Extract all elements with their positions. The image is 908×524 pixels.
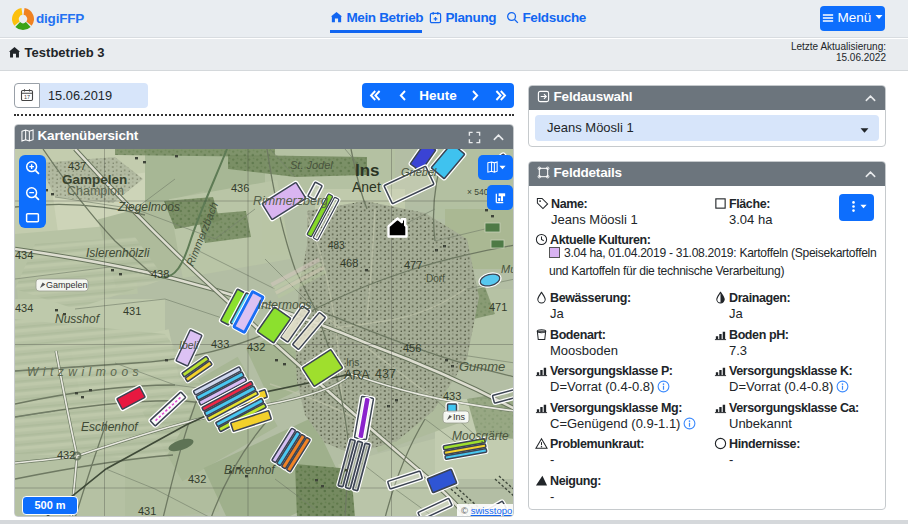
svg-text:Eschenhof: Eschenhof (81, 420, 139, 434)
svg-text:437: 437 (68, 160, 86, 172)
svg-text:471: 471 (489, 301, 507, 313)
svg-text:Gampelen: Gampelen (46, 280, 88, 290)
svg-text:× 540: × 540 (467, 187, 489, 197)
svg-text:438: 438 (151, 268, 169, 280)
svg-text:431: 431 (138, 505, 156, 517)
svg-text:Gumme: Gumme (459, 359, 505, 374)
svg-text:Ibeli: Ibeli (179, 339, 199, 351)
svg-text:432: 432 (57, 449, 75, 461)
svg-text:Ins: Ins (453, 412, 466, 422)
svg-text:477: 477 (404, 259, 422, 271)
svg-text:Islerenhölzli: Islerenhölzli (86, 246, 150, 260)
svg-text:Ziegelmoos: Ziegelmoos (117, 200, 180, 214)
svg-text:456: 456 (403, 342, 421, 354)
svg-text:Intermoos: Intermoos (258, 298, 311, 312)
svg-text:Griebel: Griebel (401, 166, 437, 178)
svg-text:434: 434 (15, 249, 33, 261)
svg-text:Witzwilmoos: Witzwilmoos (27, 365, 143, 379)
svg-text:483: 483 (328, 240, 345, 251)
svg-text:468: 468 (340, 257, 358, 269)
svg-text:Champion: Champion (67, 184, 124, 198)
svg-text:Nusshof: Nusshof (55, 312, 101, 326)
svg-text:17: 17 (24, 94, 30, 100)
svg-text:433: 433 (211, 338, 229, 350)
svg-text:ARA: ARA (344, 368, 370, 382)
svg-text:437: 437 (375, 367, 396, 381)
svg-text:Dorf: Dorf (426, 273, 445, 284)
svg-text:436: 436 (231, 182, 249, 194)
svg-text:St. Jodel: St. Jodel (290, 159, 333, 171)
svg-text:Ins: Ins (346, 357, 359, 368)
svg-text:Rimmerzberg: Rimmerzberg (253, 194, 328, 208)
svg-text:431: 431 (123, 305, 141, 317)
svg-text:432: 432 (188, 473, 206, 485)
svg-text:433: 433 (443, 390, 461, 402)
svg-text:Anet: Anet (352, 179, 381, 195)
svg-text:Mu: Mu (501, 263, 514, 275)
svg-text:Moosgärte: Moosgärte (452, 429, 509, 443)
svg-text:Birkenhof: Birkenhof (224, 463, 276, 477)
svg-text:Ins: Ins (355, 161, 380, 180)
svg-text:432: 432 (247, 341, 265, 353)
svg-text:434: 434 (15, 302, 33, 314)
